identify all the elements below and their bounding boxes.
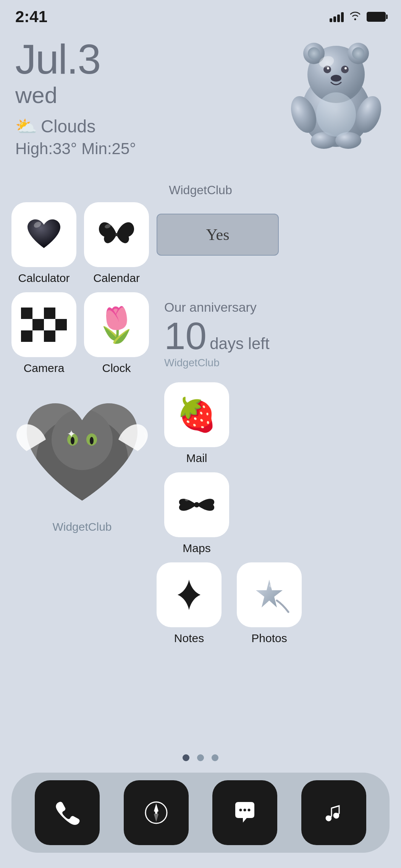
svg-point-10 (331, 75, 341, 82)
tulip-icon: 🌷 (95, 305, 138, 345)
battery-icon (367, 12, 386, 22)
camera-icon[interactable] (11, 292, 76, 357)
svg-marker-35 (154, 804, 158, 813)
cat-widgetclub-label: WidgetClub (11, 520, 153, 533)
svg-point-38 (244, 809, 246, 812)
mail-app[interactable]: 🍓 Mail (164, 382, 229, 465)
calendar-app[interactable]: Calendar (84, 202, 149, 285)
app-row-1: Calculator Calendar Yes (11, 202, 390, 285)
notes-icon[interactable] (157, 562, 222, 627)
camera-label: Camera (24, 362, 65, 375)
app-row-2: Camera 🌷 Clock Our anniversary 10 days l… (11, 292, 390, 375)
photos-label: Photos (251, 632, 287, 645)
svg-point-28 (194, 502, 199, 507)
svg-text:✦: ✦ (67, 428, 76, 440)
svg-point-3 (308, 47, 320, 60)
mail-maps-column: 🍓 Mail Maps (164, 382, 229, 555)
svg-point-15 (316, 92, 356, 137)
svg-point-37 (239, 809, 242, 812)
weather-condition: Clouds (41, 116, 95, 137)
svg-point-5 (352, 47, 364, 60)
svg-point-26 (90, 437, 94, 444)
anniversary-number: 10 (164, 317, 207, 355)
page-dot-1[interactable] (183, 754, 189, 761)
svg-point-18 (115, 233, 118, 236)
app-row-3: ✦ WidgetClub 🍓 Mail (11, 382, 390, 555)
svg-point-22 (52, 409, 113, 470)
mail-label: Mail (186, 452, 207, 465)
anniversary-count: 10 days left (164, 317, 336, 355)
clock-label: Clock (102, 362, 131, 375)
chat-icon (230, 797, 260, 828)
yes-button-widget[interactable]: Yes (157, 214, 279, 256)
svg-point-9 (344, 67, 347, 69)
page-dot-2[interactable] (197, 754, 204, 761)
app-grid: Calculator Calendar Yes (11, 202, 390, 652)
yes-widget-container: Yes (157, 202, 279, 256)
wifi-icon (349, 11, 361, 23)
dock (11, 773, 390, 853)
strawberry-icon: 🍓 (176, 396, 217, 434)
camera-app[interactable]: Camera (11, 292, 76, 375)
svg-point-7 (341, 66, 349, 73)
cat-widget-item[interactable]: ✦ WidgetClub (11, 382, 153, 533)
dock-messages[interactable] (212, 780, 277, 845)
gummy-bear-widget (283, 34, 390, 149)
clock-icon[interactable]: 🌷 (84, 292, 149, 357)
calculator-label: Calculator (18, 272, 70, 285)
dock-music[interactable] (301, 780, 366, 845)
calendar-icon[interactable] (84, 202, 149, 267)
music-icon (319, 797, 349, 828)
dock-phone[interactable] (35, 780, 100, 845)
app-row-4: Notes Pho (11, 562, 390, 645)
anniversary-title: Our anniversary (164, 300, 336, 315)
maps-icon[interactable] (164, 472, 229, 537)
photos-icon[interactable] (237, 562, 302, 627)
svg-marker-36 (154, 813, 158, 822)
clock-app[interactable]: 🌷 Clock (84, 292, 149, 375)
mail-icon[interactable]: 🍓 (164, 382, 229, 447)
svg-marker-31 (256, 580, 283, 607)
notes-label: Notes (174, 632, 204, 645)
photos-app[interactable]: Photos (237, 562, 302, 645)
calendar-label: Calendar (93, 272, 140, 285)
calculator-app[interactable]: Calculator (11, 202, 76, 285)
cat-widget[interactable]: ✦ (11, 382, 153, 516)
anniversary-widgetclub: WidgetClub (164, 357, 336, 369)
phone-icon (52, 797, 82, 828)
dock-safari[interactable] (124, 780, 189, 845)
svg-point-39 (248, 809, 251, 812)
anniversary-widget[interactable]: Our anniversary 10 days left WidgetClub (157, 296, 344, 372)
checker-pattern (21, 308, 67, 342)
calculator-icon[interactable] (11, 202, 76, 267)
widgetclub-label-top: WidgetClub (0, 183, 401, 197)
notes-app[interactable]: Notes (157, 562, 222, 645)
maps-label: Maps (183, 542, 210, 555)
yes-text: Yes (206, 225, 229, 244)
status-time: 2:41 (15, 8, 47, 26)
cloud-icon: ⛅ (15, 116, 37, 137)
status-icons (330, 11, 386, 23)
anniversary-days: days left (210, 335, 269, 353)
signal-bars-icon (330, 11, 344, 22)
svg-point-8 (327, 67, 329, 69)
page-dots (0, 754, 401, 761)
maps-app[interactable]: Maps (164, 472, 229, 555)
status-bar: 2:41 (0, 0, 401, 27)
compass-icon (141, 797, 171, 828)
page-dot-3[interactable] (212, 754, 218, 761)
